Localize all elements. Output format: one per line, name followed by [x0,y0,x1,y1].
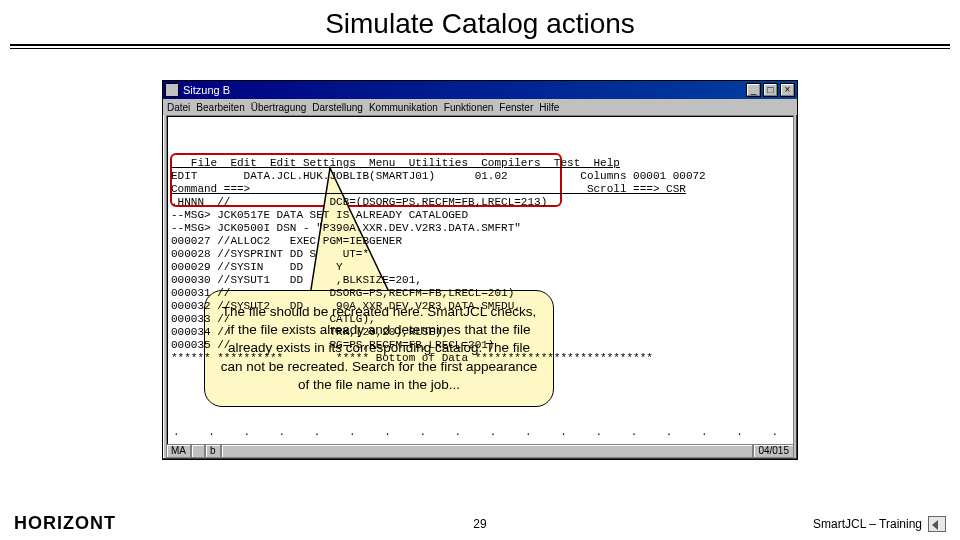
menu-item[interactable]: Übertragung [251,102,307,113]
status-cell: b [205,444,221,458]
app-icon [165,83,179,97]
menu-item[interactable]: Datei [167,102,190,113]
code-line: ****** ********** ***** Bottom of Data *… [171,352,653,364]
code-line: 000035 // RG=PS,RECFM=FB,LRECL=201) [171,339,494,351]
divider [10,44,950,46]
code-line: 000032 //SYSUT2 DD 90A.XXR.DEV.V2R3.DATA… [171,300,521,312]
code-line: 000031 // DSORG=PS,RECFM=FB,LRECL=201) [171,287,514,299]
slide-footer: HORIZONT 29 SmartJCL – Training [0,513,960,534]
close-button[interactable]: × [780,83,795,97]
status-cell [221,444,754,458]
slide-title: Simulate Catalog actions [0,0,960,44]
status-position: 04/015 [753,444,794,458]
code-line: 000027 //ALLOC2 EXEC PGM=IEBGENER [171,235,402,247]
menu-item[interactable]: Funktionen [444,102,493,113]
maximize-button[interactable]: □ [763,83,778,97]
menu-item[interactable]: Darstellung [312,102,363,113]
prev-slide-icon[interactable] [928,516,946,532]
editor-header-right: Columns 00001 00072 [580,170,705,182]
window-menubar[interactable]: Datei Bearbeiten Übertragung Darstellung… [163,99,797,115]
editor-header-left: EDIT DATA.JCL.HUK.JOBLIB(SMARTJ01) 01.02 [171,170,508,182]
code-line: .HNNN // DCB=(DSORG=PS,RECFM=FB,LRECL=21… [171,196,547,208]
code-line: 000029 //SYSIN DD Y [171,261,343,273]
divider [10,48,950,49]
command-prompt[interactable]: Command ===> [171,183,250,195]
status-bar: MA b 04/015 [166,444,794,458]
footer-label: SmartJCL – Training [813,517,922,531]
status-cell: MA [166,444,191,458]
code-line: 000034 // TRK,(20,20),RLSE), [171,326,448,338]
status-cell [191,444,205,458]
code-line: 000033 // CATLG), [171,313,376,325]
menu-item[interactable]: Hilfe [539,102,559,113]
editor-menu[interactable]: File Edit Edit Settings Menu Utilities C… [171,157,620,169]
minimize-button[interactable]: _ [746,83,761,97]
scroll-field[interactable]: Scroll ===> CSR [587,183,686,195]
window-titlebar: Sitzung B _ □ × [163,81,797,99]
page-number: 29 [473,517,486,531]
code-line: --MSG> JCK0517E DATA SET IS ALREADY CATA… [171,209,468,221]
code-line: --MSG> JCK0500I DSN - "P390A.XXR.DEV.V2R… [171,222,521,234]
menu-item[interactable]: Kommunikation [369,102,438,113]
menu-item[interactable]: Fenster [499,102,533,113]
dot-row: . . . . . . . . . . . . . . . . . . . . … [173,426,787,439]
brand-logo: HORIZONT [14,513,116,534]
menu-item[interactable]: Bearbeiten [196,102,244,113]
window-title: Sitzung B [183,84,230,96]
code-line: 000030 //SYSUT1 DD ,BLKSIZE=201, [171,274,422,286]
code-line: 000028 //SYSPRINT DD S UT=* [171,248,369,260]
